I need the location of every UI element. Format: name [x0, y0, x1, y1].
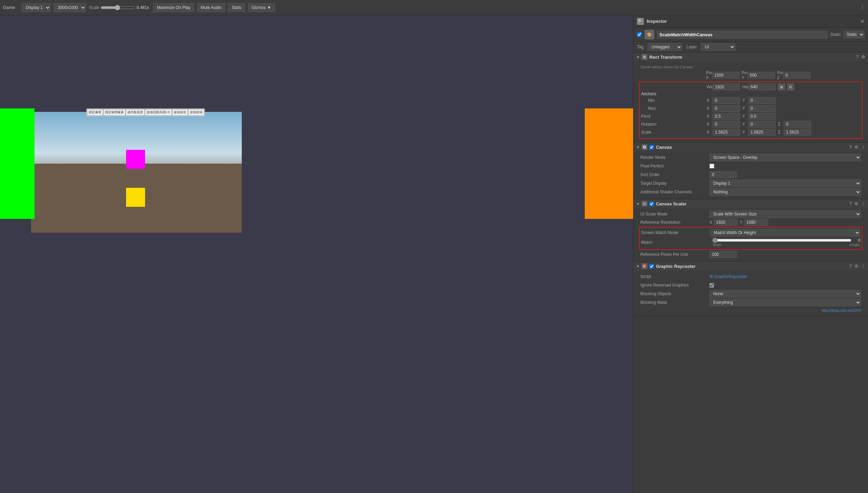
object-icon: 🎨 [645, 30, 654, 39]
static-label: Static [830, 32, 841, 37]
canvas-scaler-body: UI Scale Mode Scale With Screen Size Ref… [633, 208, 868, 261]
width-field: Width [707, 84, 740, 90]
sort-order-input[interactable] [709, 171, 737, 178]
rot-x-input[interactable] [713, 121, 740, 128]
object-active-checkbox[interactable] [637, 32, 642, 37]
pos-z-label: Pos Z [777, 70, 782, 80]
canvas-settings-button[interactable]: ⚙ [855, 145, 858, 149]
rect-transform-help-button[interactable]: ? [856, 55, 859, 59]
scale-y-axis: Y [742, 130, 747, 135]
canvas-scaler-help-button[interactable]: ? [849, 201, 852, 206]
canvas-body: Render Mode Screen Space - Overlay Pixel… [633, 152, 868, 199]
canvas-enabled-checkbox[interactable] [649, 145, 654, 149]
match-slider[interactable] [712, 238, 851, 243]
blog-link[interactable]: https://blog.csdn.net/3370 [821, 309, 861, 312]
pivot-row: Pivot X Y [641, 113, 860, 120]
pivot-x-input[interactable] [713, 113, 740, 120]
pixel-perfect-checkbox[interactable] [709, 164, 714, 168]
rot-y-field: Y [742, 121, 776, 128]
screen-match-select[interactable]: Match Width Or Height [710, 229, 860, 236]
max-x-input[interactable] [713, 105, 740, 112]
pivot-y-input[interactable] [748, 113, 776, 120]
max-label: Max [641, 106, 707, 111]
toolbar-overlay: 固定像素 固定物理像素 故匹配高度 故放匹配高度0.5 故放拓张 故放收缩 [86, 108, 205, 116]
pos-x-input[interactable] [712, 72, 740, 79]
screen-match-label: Screen Match Mode [641, 230, 710, 235]
canvas-scaler-header[interactable]: ▼ ⚖ Canvas Scaler ? ⚙ ⋮ [633, 199, 868, 208]
ref-res-y-axis: Y [740, 220, 743, 225]
rect-transform-settings-button[interactable]: ⚙ [861, 55, 865, 59]
blocking-objects-select[interactable]: None [709, 290, 861, 298]
shader-channels-select[interactable]: Nothing [709, 188, 861, 196]
more-options-button[interactable]: ⋮ [860, 4, 865, 11]
mute-audio-button[interactable]: Mute Audio [197, 3, 225, 12]
layer-select[interactable]: UI [701, 43, 735, 51]
ref-res-y-input[interactable] [744, 219, 768, 226]
scale-slider[interactable] [101, 5, 135, 10]
scale-z-input[interactable] [784, 129, 811, 136]
tag-select[interactable]: Untagged [648, 43, 682, 51]
target-display-select[interactable]: Display 1 [709, 180, 861, 187]
stats-button[interactable]: Stats [228, 3, 245, 12]
max-y-input[interactable] [748, 105, 776, 112]
gr-icon: 🎯 [642, 263, 647, 269]
gr-settings-button[interactable]: ⚙ [855, 264, 858, 269]
match-slider-control: 0 [712, 238, 860, 243]
canvas-help-button[interactable]: ? [849, 145, 852, 149]
rect-transform-header[interactable]: ▼ ⊞ Rect Transform ? ⚙ [633, 52, 868, 61]
inspector-close-button[interactable]: ✕ [860, 19, 865, 24]
ignore-reversed-checkbox[interactable] [709, 283, 714, 288]
ui-scale-mode-select[interactable]: Scale With Screen Size [709, 210, 861, 218]
min-y-input[interactable] [748, 97, 776, 104]
max-x-axis: X [707, 106, 712, 111]
rotation-fields: X Y Z [707, 121, 860, 128]
canvas-scaler-enabled-checkbox[interactable] [649, 202, 654, 206]
ref-res-x-input[interactable] [714, 219, 738, 226]
blocking-mask-label: Blocking Mask [640, 300, 709, 305]
width-input[interactable] [713, 84, 740, 90]
display-select[interactable]: Display 1 [22, 3, 51, 12]
graphic-raycaster-header[interactable]: ▼ 🎯 Graphic Raycaster ? ⚙ ⋮ [633, 262, 868, 271]
rot-z-input[interactable] [784, 121, 811, 128]
gizmos-button[interactable]: Gizmos ▼ [248, 3, 275, 12]
object-name-input[interactable]: ScaleMatchWidthCanvas [657, 31, 828, 39]
toolbar-item-1: 固定像素 [87, 109, 103, 116]
canvas-scaler-more-button[interactable]: ⋮ [861, 201, 865, 206]
gr-enabled-checkbox[interactable] [649, 264, 654, 269]
blocking-mask-select[interactable]: Everything [709, 299, 861, 306]
rect-transform-body: Some values driven by Canvas. Pos X Pos … [633, 61, 868, 142]
gr-help-button[interactable]: ? [849, 264, 852, 269]
gr-more-button[interactable]: ⋮ [861, 264, 865, 269]
max-y-axis: Y [742, 106, 747, 111]
static-dropdown[interactable]: Static [843, 31, 865, 38]
min-x-input[interactable] [713, 97, 740, 104]
canvas-header[interactable]: ▼ 🖼 Canvas ? ⚙ ⋮ [633, 143, 868, 152]
ui-scale-mode-label: UI Scale Mode [640, 212, 709, 216]
toolbar-item-4: 故放匹配高度0.5 [145, 109, 172, 116]
pos-y-input[interactable] [747, 72, 775, 79]
pixel-perfect-row: Pixel Perfect [637, 162, 865, 170]
target-display-label: Target Display [640, 181, 709, 186]
resolution-select[interactable]: 3000x1000 [54, 3, 86, 12]
height-input[interactable] [748, 84, 776, 90]
canvas-scaler-component: ▼ ⚖ Canvas Scaler ? ⚙ ⋮ UI Scale Mode Sc… [633, 199, 868, 262]
orange-rect [585, 108, 633, 219]
min-x-axis: X [707, 98, 712, 103]
canvas-scaler-settings-button[interactable]: ⚙ [855, 201, 858, 206]
min-x-field: X [707, 97, 740, 104]
canvas-more-button[interactable]: ⋮ [861, 145, 865, 149]
scale-x-input[interactable] [713, 129, 740, 136]
pos-z-input[interactable] [783, 72, 811, 79]
render-mode-select[interactable]: Screen Space - Overlay [709, 154, 861, 161]
maximize-on-play-button[interactable]: Maximize On Play [153, 3, 194, 12]
ref-pixels-input[interactable] [709, 251, 737, 258]
scale-row: Scale X Y Z [641, 129, 860, 136]
match-slider-label: Match [641, 240, 710, 245]
rot-y-input[interactable] [748, 121, 776, 128]
canvas-collapse-icon: ▼ [636, 145, 640, 149]
match-slider-wrap: 0 Width Height [712, 238, 860, 247]
reset-wh-button[interactable]: ⊞ [778, 84, 785, 90]
pos-x-field: Pos X [706, 70, 740, 80]
scale-y-input[interactable] [748, 129, 776, 136]
r-button[interactable]: R [787, 84, 794, 90]
